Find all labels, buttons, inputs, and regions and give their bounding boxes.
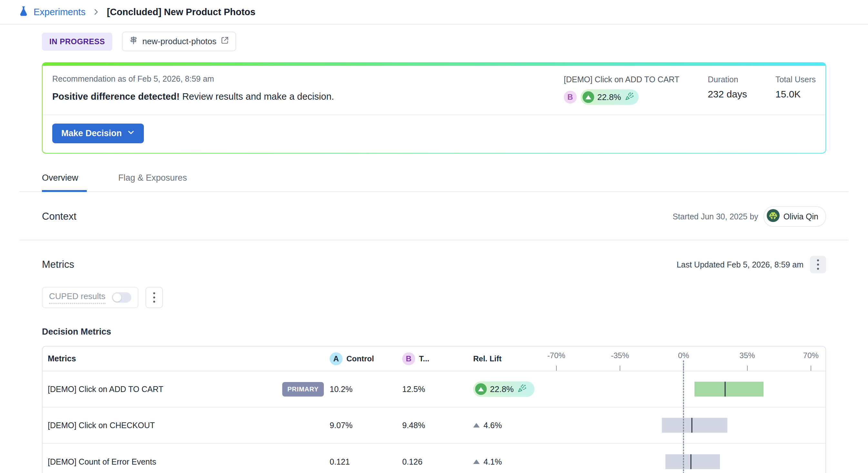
tab-bar: Overview Flag & Exposures	[42, 173, 826, 192]
arrow-up-circle-icon	[475, 383, 487, 395]
confidence-interval-bar	[662, 418, 727, 433]
col-treatment: B T...	[402, 352, 473, 365]
decision-metrics-table: Metrics A Control B T... Rel. Lift -70%-…	[42, 346, 826, 473]
chevron-right-icon	[93, 8, 100, 16]
duration-label: Duration	[708, 75, 747, 84]
table-row[interactable]: [DEMO] Count of Error Events 0.121 0.126…	[42, 444, 826, 473]
duration-value: 232 days	[708, 89, 747, 100]
signpost-icon	[129, 36, 138, 47]
point-estimate-mark	[724, 382, 725, 396]
decision-metrics-title: Decision Metrics	[42, 327, 826, 337]
primary-badge: PRIMARY	[282, 382, 324, 396]
zero-line	[683, 360, 684, 371]
zero-line	[683, 372, 684, 407]
axis-tick-label: -70%	[547, 351, 565, 360]
breadcrumb-page-title: [Concluded] New Product Photos	[107, 7, 255, 18]
recommendation-timestamp: Recommendation as of Feb 5, 2026, 8:59 a…	[52, 74, 334, 84]
axis-tick-mark	[811, 365, 811, 371]
table-header-row: Metrics A Control B T... Rel. Lift -70%-…	[42, 347, 826, 372]
chart-axis-header: -70%-35%0%35%70%	[534, 347, 826, 371]
col-rel-lift: Rel. Lift	[473, 354, 534, 363]
confidence-interval-chart	[534, 372, 826, 407]
context-title: Context	[42, 211, 76, 222]
axis-tick-label: 35%	[740, 351, 755, 360]
confetti-icon	[517, 384, 527, 394]
table-row[interactable]: [DEMO] Click on ADD TO CART PRIMARY 10.2…	[42, 372, 826, 408]
axis-tick-label: 0%	[678, 351, 689, 360]
owner-chip[interactable]: Olivia Qin	[764, 206, 826, 227]
metric-name[interactable]: [DEMO] Count of Error Events	[48, 457, 156, 467]
last-updated-text: Last Updated Feb 5, 2026, 8:59 am	[677, 260, 804, 269]
tab-overview[interactable]: Overview	[42, 173, 87, 192]
cuped-toggle[interactable]	[112, 292, 131, 303]
recommendation-text-block: Recommendation as of Feb 5, 2026, 8:59 a…	[52, 74, 334, 105]
winning-metric-label: [DEMO] Click on ADD TO CART	[564, 75, 679, 84]
confidence-interval-bar	[694, 382, 764, 396]
top-bar: Experiments [Concluded] New Product Phot…	[0, 0, 868, 25]
confidence-interval-chart	[534, 444, 826, 473]
axis-tick-mark	[556, 365, 557, 371]
lift-value: 4.1%	[484, 457, 502, 467]
total-users-block: Total Users 15.0K	[775, 75, 816, 105]
total-users-label: Total Users	[775, 75, 816, 84]
axis-tick-label: -35%	[611, 351, 629, 360]
col-treatment-label: T...	[419, 354, 429, 363]
chevron-down-icon	[127, 128, 135, 139]
status-row: IN PROGRESS new-product-photos	[42, 32, 826, 51]
lift-pill: 22.8%	[581, 89, 639, 105]
metrics-title: Metrics	[42, 259, 74, 270]
arrow-up-icon	[473, 460, 479, 464]
flask-icon	[18, 5, 29, 19]
treatment-value: 9.48%	[402, 421, 473, 430]
treatment-value: 12.5%	[402, 385, 473, 394]
col-control: A Control	[330, 352, 402, 365]
arrow-up-circle-icon	[583, 91, 594, 103]
control-value: 10.2%	[330, 385, 402, 394]
col-control-label: Control	[346, 354, 374, 363]
lift-value: 22.8%	[490, 384, 514, 394]
avatar	[767, 209, 780, 224]
axis-tick-mark	[747, 365, 748, 371]
col-metrics: Metrics	[42, 354, 330, 363]
duration-block: Duration 232 days	[708, 75, 747, 105]
point-estimate-mark	[691, 454, 691, 469]
treatment-value: 0.126	[402, 457, 473, 467]
make-decision-label: Make Decision	[61, 128, 122, 139]
section-divider	[19, 240, 849, 240]
owner-name: Olivia Qin	[783, 212, 818, 221]
axis-tick-label: 70%	[803, 351, 819, 360]
control-value: 9.07%	[330, 421, 402, 430]
confidence-interval-chart	[534, 408, 826, 443]
cuped-kebab-button[interactable]	[146, 287, 163, 308]
metric-name[interactable]: [DEMO] Click on CHECKOUT	[48, 421, 155, 430]
lift-pill: 22.8%	[473, 381, 534, 397]
flag-key-label: new-product-photos	[142, 36, 216, 47]
winning-metric-block: [DEMO] Click on ADD TO CART B 22.8%	[564, 75, 679, 105]
table-row[interactable]: [DEMO] Click on CHECKOUT 9.07% 9.48% 4.6…	[42, 408, 826, 444]
cuped-label: CUPED results	[49, 291, 105, 304]
cuped-toggle-chip: CUPED results	[42, 287, 138, 308]
control-value: 0.121	[330, 457, 402, 467]
breadcrumb-experiments-link[interactable]: Experiments	[18, 5, 86, 19]
total-users-value: 15.0K	[775, 89, 816, 100]
status-badge: IN PROGRESS	[42, 33, 112, 51]
variant-b-circle: B	[402, 352, 415, 365]
started-text: Started Jun 30, 2025 by	[673, 212, 758, 221]
tab-flag-exposures[interactable]: Flag & Exposures	[118, 173, 195, 192]
metrics-kebab-button[interactable]	[810, 256, 826, 273]
confetti-icon	[624, 92, 634, 102]
make-decision-button[interactable]: Make Decision	[52, 124, 144, 143]
arrow-up-icon	[473, 423, 479, 427]
external-link-icon[interactable]	[221, 36, 229, 47]
variant-b-badge: B	[564, 91, 577, 104]
variant-a-circle: A	[330, 352, 343, 365]
recommendation-card: Recommendation as of Feb 5, 2026, 8:59 a…	[42, 62, 826, 154]
confidence-interval-bar	[665, 454, 720, 469]
flag-key-chip[interactable]: new-product-photos	[122, 32, 236, 51]
metric-name[interactable]: [DEMO] Click on ADD TO CART	[48, 385, 163, 394]
zero-line	[683, 408, 684, 443]
recommendation-subtext: Review results and make a decision.	[180, 91, 334, 101]
lift-value: 22.8%	[597, 92, 621, 102]
lift-value: 4.6%	[484, 421, 502, 430]
point-estimate-mark	[691, 418, 692, 433]
